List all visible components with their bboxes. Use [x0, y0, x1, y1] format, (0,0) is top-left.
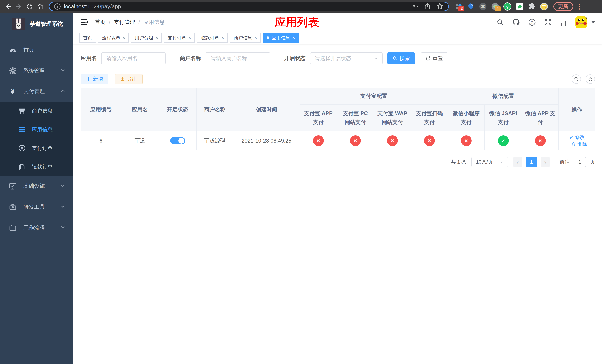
tag-process-form[interactable]: 流程表单× [98, 33, 129, 43]
breadcrumb-home[interactable]: 首页 [95, 19, 106, 26]
breadcrumb-payment[interactable]: 支付管理 [114, 19, 135, 26]
navbar-actions: ? TT [496, 16, 595, 28]
goto-page-input[interactable] [574, 157, 586, 167]
tag-refund-order[interactable]: 退款订单× [197, 33, 228, 43]
next-page-button[interactable]: › [541, 157, 550, 167]
tag-user-group[interactable]: 用户分组× [131, 33, 162, 43]
search-icon[interactable] [496, 18, 505, 27]
password-key-icon[interactable] [412, 3, 419, 10]
browser-update-button[interactable]: 更新 [553, 2, 573, 11]
extension-command-icon[interactable]: ⌘ [479, 2, 487, 11]
reset-button[interactable]: 重置 [421, 52, 447, 64]
col-wechat-app: 微信 APP 支付 [522, 105, 559, 131]
sidebar-item-pay-order[interactable]: ¥ 支付订单 [0, 139, 73, 157]
status-select[interactable]: 请选择开启状态 [310, 52, 383, 64]
alipay-qr-status-icon: × [424, 135, 435, 146]
chevron-down-icon [60, 225, 65, 231]
alipay-wap-status-icon: × [387, 135, 398, 146]
merchant-name-input[interactable] [206, 52, 270, 64]
sidebar-collapse-icon[interactable] [80, 18, 88, 27]
close-icon[interactable]: × [188, 36, 191, 40]
page-size-select[interactable]: 10条/页 [472, 157, 508, 167]
github-icon[interactable] [512, 18, 521, 27]
yen-icon: ¥ [9, 88, 17, 95]
extension-yuque-icon[interactable]: y [503, 2, 512, 11]
sidebar-item-app-info[interactable]: 应用信息 [0, 120, 73, 139]
show-search-toggle-button[interactable] [572, 75, 581, 84]
browser-home-button[interactable] [36, 2, 44, 11]
extension-balloon-icon[interactable] [466, 2, 475, 11]
app-title: 芋道管理系统 [30, 20, 63, 28]
svg-text:y: y [506, 4, 509, 9]
font-size-icon[interactable]: TT [559, 18, 568, 27]
sidebar-logo[interactable]: 芋道管理系统 [0, 13, 73, 35]
close-icon[interactable]: × [155, 36, 158, 40]
svg-text:⌘: ⌘ [481, 4, 485, 9]
add-button[interactable]: 新增 [81, 74, 108, 85]
close-icon[interactable]: × [123, 36, 125, 40]
search-icon [574, 77, 579, 81]
browser-forward-button[interactable] [15, 2, 23, 11]
active-dot [267, 36, 269, 39]
browser-back-button[interactable] [4, 2, 12, 11]
browser-reload-button[interactable] [26, 2, 34, 11]
toolbox-icon [9, 203, 17, 211]
pagination-total: 共 1 条 [451, 159, 466, 165]
chevron-down-icon [60, 68, 65, 74]
extension-chat-icon[interactable] [515, 2, 524, 11]
delete-link[interactable]: 删除 [571, 141, 587, 147]
app-name-input[interactable] [101, 52, 166, 64]
current-page-button[interactable]: 1 [526, 157, 537, 167]
cell-operations: 修改 删除 [559, 131, 595, 150]
pagination: 共 1 条 10条/页 ‹ 1 › 前往 页 [81, 157, 595, 167]
extension-sidekick-icon[interactable]: 10 [454, 2, 463, 11]
tag-app-info[interactable]: 应用信息× [263, 33, 299, 43]
sidebar-item-system[interactable]: 系统管理 [0, 60, 73, 81]
table-row: 6 芋道 芋道源码 2021-10-23 08:49:25 × × × × × … [81, 131, 595, 150]
sidebar-item-payment[interactable]: ¥ 支付管理 [0, 81, 73, 102]
search-button[interactable]: 搜索 [387, 52, 415, 64]
tag-pay-order[interactable]: 支付订单× [164, 33, 195, 43]
help-icon[interactable]: ? [527, 18, 537, 27]
col-wechat-jsapi: 微信 JSAPI 支付 [485, 105, 522, 131]
bookmark-star-icon[interactable] [436, 3, 443, 10]
close-icon[interactable]: × [254, 36, 257, 40]
status-toggle[interactable] [170, 137, 185, 144]
edit-link[interactable]: 修改 [569, 134, 585, 140]
share-icon[interactable] [424, 3, 431, 10]
trash-icon [571, 142, 576, 146]
extension-badge-1: 1 [495, 6, 501, 11]
group-alipay-config: 支付宝配置 [300, 88, 448, 105]
wechat-mini-status-icon: × [461, 135, 472, 146]
extensions-puzzle-icon[interactable] [527, 2, 536, 11]
site-info-icon[interactable]: i [54, 3, 61, 10]
sidebar-item-dev-tools[interactable]: 研发工具 [0, 197, 73, 217]
search-icon [392, 56, 397, 61]
tag-home[interactable]: 首页 [79, 33, 96, 43]
sidebar-item-merchant-info[interactable]: 商户信息 [0, 102, 73, 120]
avatar-caret-down-icon[interactable] [591, 21, 595, 23]
extensions-row: 10 ⌘ 1 y [454, 2, 548, 11]
extension-recorder-icon[interactable]: 1 [491, 2, 499, 11]
alipay-pc-status-icon: × [350, 135, 361, 146]
fullscreen-icon[interactable] [544, 18, 552, 27]
sidebar-item-workflow[interactable]: 工作流程 [0, 217, 73, 238]
chevron-down-icon [500, 160, 504, 164]
close-icon[interactable]: × [221, 36, 224, 40]
sidebar-item-home[interactable]: 首页 [0, 40, 73, 60]
export-button[interactable]: 导出 [115, 74, 142, 85]
refresh-table-button[interactable] [586, 75, 595, 84]
browser-menu-kebab-icon[interactable] [579, 3, 580, 10]
profile-emoji-avatar[interactable] [540, 2, 548, 11]
refresh-icon [588, 77, 593, 81]
sidebar-item-refund-order[interactable]: 退款订单 [0, 157, 73, 176]
grid-icon [18, 126, 26, 133]
close-icon[interactable]: × [292, 36, 295, 40]
tag-merchant-info[interactable]: 商户信息× [230, 33, 261, 43]
wechat-jsapi-status-icon: ✓ [498, 135, 509, 146]
user-avatar[interactable] [575, 16, 587, 28]
col-created: 创建时间 [233, 88, 300, 131]
address-bar[interactable]: i localhost:1024/pay/app [49, 2, 449, 11]
prev-page-button[interactable]: ‹ [513, 157, 522, 167]
sidebar-item-infrastructure[interactable]: 基础设施 [0, 176, 73, 197]
